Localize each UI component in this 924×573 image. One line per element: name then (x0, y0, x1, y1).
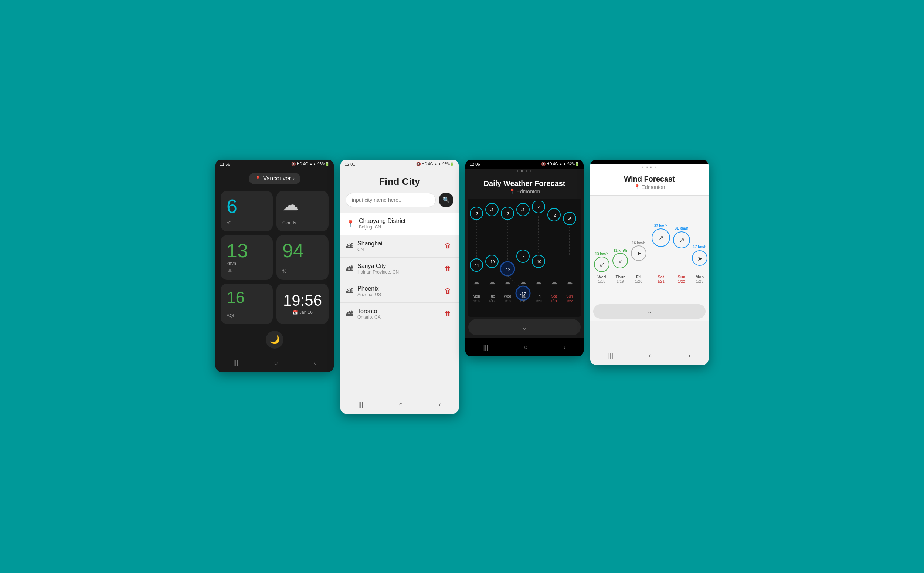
city-sub-chaoyang: Beijing, CN (359, 224, 453, 230)
wind-expand-icon: ⌄ (647, 308, 652, 315)
nav-home-btn-3[interactable]: ○ (521, 342, 531, 353)
city-item-sanya[interactable]: 🏙 Sanya City Hainan Province, CN 🗑 (341, 258, 459, 280)
forecast-title: Daily Weather Forecast (465, 179, 583, 188)
delete-phoenix[interactable]: 🗑 (443, 286, 453, 296)
weather-condition-tile[interactable]: ☁ Clouds (277, 191, 328, 232)
screen-2-find-city: 12:01 🔇 HD 4G ▲▲ 95%🔋 Find City 🔍 📍 Chao… (341, 160, 459, 414)
wind-header-area: ⠿ ⠿ ⠿ ⠿ Wind Forecast 📍 Edmonton (590, 164, 708, 195)
svg-text:☁: ☁ (566, 279, 573, 286)
svg-text:-1: -1 (490, 208, 494, 212)
wind-expand-button[interactable]: ⌄ (593, 304, 705, 319)
svg-text:☁: ☁ (489, 279, 495, 286)
city-info-phoenix: Phoenix Arizona, US (357, 285, 439, 297)
humidity-tile[interactable]: 94 % (277, 235, 328, 280)
nav-back-btn-3[interactable]: ‹ (561, 342, 569, 353)
svg-text:1/17: 1/17 (489, 299, 495, 303)
nav-back-btn-2[interactable]: ‹ (436, 399, 444, 410)
city-list: 📍 Chaoyang District Beijing, CN 🏙 Shangh… (341, 213, 459, 325)
svg-text:Wed: Wed (597, 275, 606, 279)
city-info-toronto: Toronto Ontario, CA (357, 308, 439, 320)
nav-home-btn-4[interactable]: ○ (646, 351, 656, 361)
drag-handle-4: ⠿ ⠿ ⠿ ⠿ (590, 164, 708, 169)
city-sub-phoenix: Arizona, US (357, 292, 439, 297)
forecast-city: 📍 Edmonton (465, 188, 583, 194)
temp-chart-svg: -3 -1 -3 -1 2 -2 -6 (469, 202, 580, 305)
nav-back-btn[interactable]: ‹ (311, 357, 319, 368)
svg-text:1/19: 1/19 (520, 299, 526, 303)
wind-tile[interactable]: 13 km/h ▲ (220, 235, 273, 280)
svg-text:-1: -1 (521, 208, 525, 212)
nav-home-btn-2[interactable]: ○ (396, 399, 406, 410)
nav-back-btn-4[interactable]: ‹ (686, 351, 694, 361)
svg-text:1/19: 1/19 (616, 279, 624, 283)
search-input[interactable] (346, 193, 436, 207)
city-item-shanghai[interactable]: 🏙 Shanghai CN 🗑 (341, 235, 459, 258)
city-header: 📍 Vancouver › (216, 169, 334, 187)
city-name-sanya: Sanya City (357, 263, 439, 269)
nav-bar-1: ||| ○ ‹ (216, 353, 334, 372)
nav-menu-btn-3[interactable]: ||| (480, 342, 491, 353)
drag-handle-3: ⠿ ⠿ ⠿ ⠿ (465, 169, 583, 174)
city-badge[interactable]: 📍 Vancouver › (249, 173, 300, 184)
svg-text:-3: -3 (506, 211, 509, 216)
city-item-chaoyang[interactable]: 📍 Chaoyang District Beijing, CN (341, 213, 459, 235)
svg-text:1/16: 1/16 (473, 299, 480, 303)
temperature-value: 6 (227, 197, 237, 216)
aqi-tile[interactable]: 16 AQI (220, 283, 273, 324)
city-info-sanya: Sanya City Hainan Province, CN (357, 263, 439, 275)
svg-text:↗: ↗ (658, 234, 664, 242)
svg-text:1/22: 1/22 (678, 279, 685, 283)
weather-grid: 6 °C ☁ Clouds 13 km/h ▲ 94 % 16 AQI (216, 187, 334, 328)
svg-text:1/18: 1/18 (598, 279, 605, 283)
delete-shanghai[interactable]: 🗑 (443, 241, 453, 250)
nav-menu-btn-4[interactable]: ||| (605, 351, 616, 361)
time-1: 11:56 (220, 162, 230, 166)
svg-text:11 km/h: 11 km/h (613, 249, 627, 252)
time-3: 12:06 (470, 162, 480, 166)
svg-text:33 km/h: 33 km/h (654, 224, 668, 228)
wind-direction-icon: ▲ (227, 266, 233, 274)
search-button[interactable]: 🔍 (439, 193, 453, 207)
svg-text:2: 2 (538, 205, 539, 209)
search-bar: 🔍 (346, 193, 453, 207)
svg-text:☁: ☁ (504, 279, 511, 286)
city-name-toronto: Toronto (357, 308, 439, 315)
aqi-label: AQI (227, 313, 235, 318)
svg-text:1/20: 1/20 (535, 299, 542, 303)
forecast-header: Daily Weather Forecast 📍 Edmonton (465, 174, 583, 197)
svg-text:1/21: 1/21 (551, 299, 557, 303)
nav-bar-2: ||| ○ ‹ (341, 325, 459, 414)
nav-menu-btn[interactable]: ||| (230, 357, 241, 368)
screen-1-vancouver: 11:56 🔇 HD 4G ▲▲ 96%🔋 📍 Vancouver › 6 °C… (216, 160, 334, 372)
time-2: 12:01 (345, 162, 355, 166)
screen-4-wind: ⠿ ⠿ ⠿ ⠿ Wind Forecast 📍 Edmonton 13 km/h… (590, 160, 708, 365)
wind-city: 📍 Edmonton (590, 184, 708, 190)
building-icon-phoenix: 🏙 (346, 287, 353, 295)
nav-home-btn[interactable]: ○ (271, 357, 281, 368)
svg-text:Mon: Mon (696, 275, 704, 279)
expand-button-3[interactable]: ⌄ (468, 319, 581, 335)
svg-text:↙: ↙ (618, 258, 623, 264)
city-item-phoenix[interactable]: 🏙 Phoenix Arizona, US 🗑 (341, 280, 459, 303)
status-icons-2: 🔇 HD 4G ▲▲ 95%🔋 (416, 162, 454, 166)
svg-text:Fri: Fri (536, 294, 541, 298)
temp-unit-label: °C (227, 220, 231, 225)
city-item-toronto[interactable]: 🏙 Toronto Ontario, CA 🗑 (341, 303, 459, 325)
city-sub-sanya: Hainan Province, CN (357, 269, 439, 275)
aqi-value: 16 (227, 290, 245, 306)
svg-text:-3: -3 (475, 211, 478, 216)
wind-chart-container: 13 km/h ↙ 11 km/h ↙ 16 km/h ➤ 33 km/h ↗ … (590, 197, 708, 302)
svg-text:Thu: Thu (520, 294, 526, 298)
city-sub-toronto: Ontario, CA (357, 315, 439, 320)
nav-menu-btn-2[interactable]: ||| (355, 399, 366, 410)
time-tile[interactable]: 19:56 📅 Jan 16 (277, 283, 328, 324)
pin-icon-chaoyang: 📍 (346, 219, 355, 228)
temperature-tile[interactable]: 6 °C (220, 191, 273, 232)
moon-button[interactable]: 🌙 (266, 331, 283, 349)
svg-text:➤: ➤ (697, 255, 702, 262)
svg-text:↙: ↙ (599, 261, 604, 268)
delete-sanya[interactable]: 🗑 (443, 264, 453, 273)
wind-chart-svg: 13 km/h ↙ 11 km/h ↙ 16 km/h ➤ 33 km/h ↗ … (592, 201, 707, 297)
svg-text:1/21: 1/21 (657, 279, 664, 283)
delete-toronto[interactable]: 🗑 (443, 309, 453, 318)
